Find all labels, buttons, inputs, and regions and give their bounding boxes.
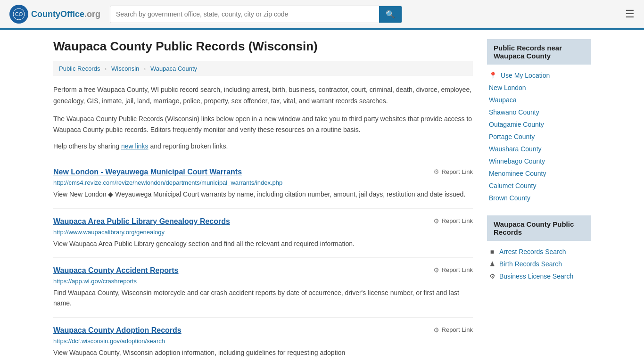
report-link-button[interactable]: ⚙ Report Link	[433, 326, 473, 334]
result-title-row: New London - Weyauwega Municipal Court W…	[53, 168, 473, 176]
report-link-button[interactable]: ⚙ Report Link	[433, 217, 473, 225]
result-description: View Waupaca County, Wisconsin adoption …	[53, 347, 473, 358]
new-links-link[interactable]: new links	[121, 142, 149, 150]
nearby-link[interactable]: Calumet County	[489, 182, 536, 189]
result-title-row: Waupaca Area Public Library Genealogy Re…	[53, 217, 473, 226]
logo-link[interactable]: CO CountyOffice.org	[9, 5, 100, 24]
nearby-header: Public Records near Waupaca County	[487, 39, 591, 65]
logo-text: CountyOffice.org	[31, 9, 100, 19]
nearby-place-new-london[interactable]: New London	[487, 82, 591, 94]
nearby-place-waupaca[interactable]: Waupaca	[487, 94, 591, 106]
record-item-arrest[interactable]: ■ Arrest Records Search	[487, 246, 591, 258]
sidebar: Public Records near Waupaca County 📍 Use…	[487, 39, 591, 362]
report-icon: ⚙	[433, 217, 439, 225]
report-link-button[interactable]: ⚙ Report Link	[433, 266, 473, 274]
logo-icon: CO	[9, 5, 28, 24]
nearby-link[interactable]: Brown County	[489, 194, 530, 202]
result-entry: Waupaca County Accident Reports ⚙ Report…	[53, 258, 473, 318]
nearby-link[interactable]: New London	[489, 84, 526, 91]
record-item-business[interactable]: ⚙ Business License Search	[487, 270, 591, 282]
records-header: Waupaca County Public Records	[487, 215, 591, 241]
result-title[interactable]: New London - Weyauwega Municipal Court W…	[53, 168, 242, 176]
site-header: CO CountyOffice.org 🔍 ☰	[0, 0, 644, 30]
breadcrumb: Public Records › Wisconsin › Waupaca Cou…	[53, 61, 473, 76]
nearby-link[interactable]: Portage County	[489, 133, 535, 140]
nearby-link[interactable]: Menominee County	[489, 170, 546, 177]
nearby-link[interactable]: Waupaca	[489, 96, 517, 104]
nearby-place-winnebago[interactable]: Winnebago County	[487, 155, 591, 167]
result-entry: Waupaca Area Public Library Genealogy Re…	[53, 209, 473, 258]
arrest-records-link[interactable]: Arrest Records Search	[499, 248, 566, 255]
result-url[interactable]: https://app.wi.gov/crashreports	[53, 278, 473, 285]
nearby-place-brown[interactable]: Brown County	[487, 192, 591, 204]
result-title[interactable]: Waupaca Area Public Library Genealogy Re…	[53, 217, 230, 226]
breadcrumb-waupaca[interactable]: Waupaca County	[150, 65, 197, 72]
menu-icon[interactable]: ☰	[625, 8, 635, 20]
nearby-place-waushara[interactable]: Waushara County	[487, 143, 591, 155]
result-title[interactable]: Waupaca County Accident Reports	[53, 266, 179, 275]
svg-text:CO: CO	[15, 11, 23, 17]
birth-records-link[interactable]: Birth Records Search	[499, 260, 562, 268]
report-icon: ⚙	[433, 266, 439, 274]
birth-icon: ♟	[489, 261, 495, 267]
result-title-row: Waupaca County Adoption Records ⚙ Report…	[53, 326, 473, 335]
report-icon: ⚙	[433, 326, 439, 334]
nearby-place-calumet[interactable]: Calumet County	[487, 180, 591, 192]
breadcrumb-public-records[interactable]: Public Records	[59, 65, 100, 72]
nearby-place-outagamie[interactable]: Outagamie County	[487, 118, 591, 131]
breadcrumb-wisconsin[interactable]: Wisconsin	[111, 65, 139, 72]
arrest-icon: ■	[489, 248, 495, 255]
search-icon: 🔍	[386, 10, 395, 18]
results-list: New London - Weyauwega Municipal Court W…	[53, 159, 473, 362]
result-description: View New London ◆ Weyauwega Municipal Co…	[53, 189, 473, 199]
location-pin-icon: 📍	[489, 72, 497, 79]
main-container: Waupaca County Public Records (Wisconsin…	[39, 30, 605, 362]
business-icon: ⚙	[489, 273, 495, 280]
intro-paragraph-1: Perform a free Waupaca County, WI public…	[53, 84, 473, 107]
nearby-section: Public Records near Waupaca County 📍 Use…	[487, 39, 591, 204]
records-section: Waupaca County Public Records ■ Arrest R…	[487, 215, 591, 282]
use-my-location-link[interactable]: Use My Location	[501, 72, 550, 79]
sharing-text: Help others by sharing new links and rep…	[53, 142, 473, 150]
use-my-location-item[interactable]: 📍 Use My Location	[487, 69, 591, 82]
nearby-link[interactable]: Waushara County	[489, 145, 542, 153]
business-license-link[interactable]: Business License Search	[499, 272, 573, 280]
intro-paragraph-2: The Waupaca County Public Records (Wisco…	[53, 114, 473, 136]
report-link-button[interactable]: ⚙ Report Link	[433, 168, 473, 175]
nearby-link[interactable]: Shawano County	[489, 108, 539, 116]
result-entry: New London - Weyauwega Municipal Court W…	[53, 159, 473, 208]
record-item-birth[interactable]: ♟ Birth Records Search	[487, 258, 591, 270]
report-icon: ⚙	[433, 168, 439, 175]
nearby-link[interactable]: Winnebago County	[489, 157, 545, 165]
result-title-row: Waupaca County Accident Reports ⚙ Report…	[53, 266, 473, 275]
search-input[interactable]	[110, 6, 379, 23]
result-url[interactable]: https://dcf.wisconsin.gov/adoption/searc…	[53, 337, 473, 345]
result-title[interactable]: Waupaca County Adoption Records	[53, 326, 182, 335]
result-url[interactable]: http://cms4.revize.com/revize/newlondon/…	[53, 179, 473, 186]
result-description: Find Waupaca County, Wisconsin motorcycl…	[53, 288, 473, 309]
nearby-place-portage[interactable]: Portage County	[487, 131, 591, 143]
nearby-place-shawano[interactable]: Shawano County	[487, 106, 591, 118]
page-title: Waupaca County Public Records (Wisconsin…	[53, 39, 473, 54]
nearby-place-menominee[interactable]: Menominee County	[487, 167, 591, 180]
result-entry: Waupaca County Adoption Records ⚙ Report…	[53, 318, 473, 362]
result-url[interactable]: http://www.waupacalibrary.org/genealogy	[53, 229, 473, 236]
content-area: Waupaca County Public Records (Wisconsin…	[53, 39, 473, 362]
nearby-link[interactable]: Outagamie County	[489, 121, 544, 128]
search-bar: 🔍	[110, 6, 402, 23]
result-description: View Waupaca Area Public Library genealo…	[53, 239, 473, 249]
search-button[interactable]: 🔍	[379, 6, 402, 23]
